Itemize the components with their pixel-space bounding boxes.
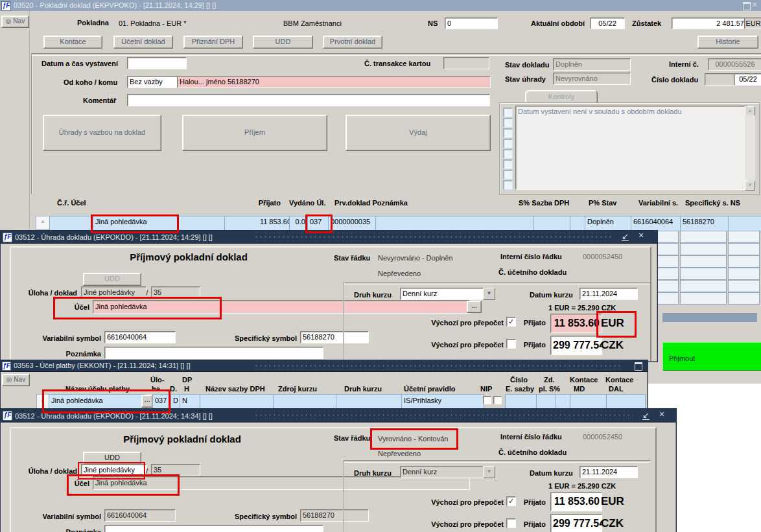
col-p-stav[interactable]: P% Stav bbox=[589, 198, 616, 207]
obdobi-input[interactable]: 05/22 bbox=[590, 17, 625, 29]
col-sazba-dph[interactable]: S% Sazba DPH bbox=[519, 198, 569, 207]
prijem-button[interactable]: Příjem bbox=[182, 115, 327, 151]
col-cr-ucel[interactable]: Č.ř. Účel bbox=[57, 198, 86, 207]
empty-cell[interactable] bbox=[728, 243, 760, 255]
kontroly-checkbox-2[interactable] bbox=[503, 118, 513, 128]
col-ucetni-pravidlo[interactable]: Účetní pravidlo bbox=[404, 384, 455, 393]
uloha-input[interactable]: Jiné pohledávky bbox=[81, 286, 146, 299]
kontroly-list[interactable]: Datum vystavení není v souladu s obdobím… bbox=[515, 106, 748, 190]
kontace-button[interactable]: Kontace bbox=[43, 36, 102, 49]
e-sazby-checkbox[interactable] bbox=[493, 396, 502, 404]
doklad-input[interactable]: 35 bbox=[151, 464, 200, 476]
col-uloha-bottom[interactable]: ha bbox=[152, 384, 160, 393]
cell-specificky[interactable]: 56188270 bbox=[680, 216, 731, 231]
titlebar-uhrada-1[interactable]: ƒF 03512 - Úhrada dokladu (EKPOKDO) - [2… bbox=[1, 231, 657, 244]
close-icon[interactable]: × bbox=[752, 1, 757, 9]
restore-icon[interactable] bbox=[743, 2, 751, 10]
minimize-icon[interactable]: ↙ bbox=[622, 232, 629, 241]
empty-cell[interactable] bbox=[680, 255, 727, 268]
empty-cell[interactable] bbox=[680, 231, 727, 243]
col-nip[interactable]: NIP bbox=[480, 384, 492, 393]
kontroly-checkbox-6[interactable] bbox=[503, 159, 513, 169]
row-select-icon[interactable]: ▲ bbox=[36, 216, 50, 230]
uhrady-vazba-button[interactable]: Úhrady s vazbou na doklad bbox=[43, 115, 161, 151]
close-icon[interactable]: × bbox=[638, 231, 644, 240]
col-d[interactable]: D. bbox=[170, 384, 177, 393]
variabilni-input[interactable]: 6616040064 bbox=[104, 331, 176, 343]
historie-button[interactable]: Historie bbox=[697, 36, 758, 49]
nav-button[interactable]: ◎ Nav bbox=[2, 374, 30, 386]
poznamka-input[interactable] bbox=[104, 525, 323, 532]
udd-button[interactable]: UDD bbox=[83, 452, 141, 465]
vychozi-checkbox-2[interactable] bbox=[506, 339, 516, 349]
cislo-dokladu-input2[interactable]: 05/22 bbox=[734, 73, 761, 86]
ucel-lookup-button[interactable]: ... bbox=[467, 301, 482, 313]
ucetni-doklad-button[interactable]: Účetní doklad bbox=[113, 36, 173, 49]
col-variabilni[interactable]: Variabilní s. bbox=[638, 198, 678, 207]
ucel-input[interactable]: Jiná pohledávka bbox=[93, 300, 470, 314]
cell-ns[interactable] bbox=[728, 216, 761, 231]
transakce-input[interactable] bbox=[443, 57, 489, 69]
scroll-up-icon[interactable]: ▲ bbox=[745, 106, 755, 116]
col-zdroj-kurzu[interactable]: Zdroj kurzu bbox=[278, 384, 317, 393]
col-dal[interactable]: DAL bbox=[609, 384, 624, 393]
cell-sazba[interactable] bbox=[533, 216, 574, 231]
nav-button[interactable]: ◎ Nav bbox=[1, 16, 29, 28]
prijmout-button[interactable]: Přijmout bbox=[662, 342, 761, 371]
odkoho-vazba-input[interactable]: Bez vazby bbox=[127, 76, 180, 88]
col-specificky-ns[interactable]: Specifický s. NS bbox=[685, 198, 740, 207]
datum-kurzu-input[interactable]: 21.11.2024 bbox=[580, 288, 638, 300]
scroll-down-icon[interactable]: ▼ bbox=[745, 181, 755, 191]
minimize-icon[interactable]: ↙ bbox=[642, 411, 650, 420]
datum-kurzu-input[interactable]: 21.11.2024 bbox=[580, 466, 638, 478]
empty-cell[interactable] bbox=[728, 255, 760, 268]
col-e-sazby[interactable]: E. sazby bbox=[506, 384, 534, 393]
doklad-input[interactable]: 35 bbox=[151, 286, 200, 299]
ns-input[interactable]: 0 bbox=[445, 17, 498, 29]
empty-cell[interactable] bbox=[680, 268, 727, 280]
empty-cell[interactable] bbox=[728, 280, 760, 292]
vychozi-checkbox-1[interactable]: ✓ bbox=[506, 496, 516, 506]
kontroly-checkbox-5[interactable] bbox=[503, 149, 513, 159]
col-nazev-sazby[interactable]: Název sazby DPH bbox=[205, 384, 265, 393]
empty-cell[interactable] bbox=[680, 243, 727, 255]
kontroly-checkbox-4[interactable] bbox=[503, 139, 513, 148]
uloha-input[interactable]: Jiné pohledávky bbox=[81, 464, 146, 476]
cell-ucel[interactable]: Jiná pohledávka bbox=[93, 216, 229, 231]
kontroly-checkbox-1[interactable] bbox=[503, 108, 513, 117]
cislo-dokladu-input1[interactable] bbox=[705, 73, 737, 86]
odkoho-value-input[interactable]: Halou... jméno 56188270 bbox=[177, 76, 491, 88]
priznani-dph-button[interactable]: Přiznání DPH bbox=[183, 36, 243, 49]
empty-cell[interactable] bbox=[680, 280, 727, 292]
col-pl-s[interactable]: pl. S% bbox=[539, 384, 560, 393]
restore-icon[interactable] bbox=[635, 362, 642, 371]
cell-prvdoklad[interactable]: 0000000035 bbox=[328, 216, 380, 231]
cell-cr[interactable]: 1 bbox=[49, 216, 97, 231]
col-prijato[interactable]: Přijato bbox=[250, 198, 281, 207]
col-vydano-ul[interactable]: Vydáno Úl. bbox=[289, 198, 325, 207]
druh-kurzu-select[interactable]: Denní kurz bbox=[400, 466, 488, 478]
close-icon[interactable]: × bbox=[659, 410, 664, 419]
chevron-down-icon[interactable]: ▼ bbox=[483, 288, 495, 300]
specificky-input[interactable]: 56188270 bbox=[300, 509, 369, 522]
cell-variabilni[interactable]: 6616040064 bbox=[631, 216, 683, 231]
druh-kurzu-select[interactable]: Denní kurz bbox=[400, 288, 488, 300]
cell-prijato[interactable]: 11 853.60 bbox=[224, 216, 294, 231]
vydaj-button[interactable]: Výdaj bbox=[345, 115, 491, 151]
prvotni-doklad-button[interactable]: Prvotní doklad bbox=[323, 36, 382, 49]
titlebar-uhrada-2[interactable]: ƒF 03512 - Úhrada dokladu (EKPOKDO) - [2… bbox=[1, 409, 676, 422]
col-md[interactable]: MD bbox=[574, 384, 585, 393]
empty-cell[interactable] bbox=[728, 231, 760, 243]
empty-cell[interactable] bbox=[728, 292, 760, 305]
ucel-input[interactable]: Jiná pohledávka bbox=[93, 476, 470, 490]
empty-cell[interactable] bbox=[728, 268, 760, 280]
variabilni-input[interactable]: 6616040064 bbox=[104, 509, 176, 522]
chevron-down-icon[interactable]: ▼ bbox=[483, 466, 495, 478]
poznamka-input[interactable] bbox=[104, 347, 323, 359]
udd-button[interactable]: UDD bbox=[83, 273, 141, 286]
kontroly-checkbox-8[interactable] bbox=[503, 180, 513, 190]
row-select-icon[interactable]: ▲ bbox=[36, 394, 49, 409]
datum-vystaveni-input[interactable] bbox=[127, 57, 187, 69]
udd-button[interactable]: UDD bbox=[253, 36, 313, 49]
kontroly-button[interactable]: Kontroly bbox=[525, 90, 598, 104]
